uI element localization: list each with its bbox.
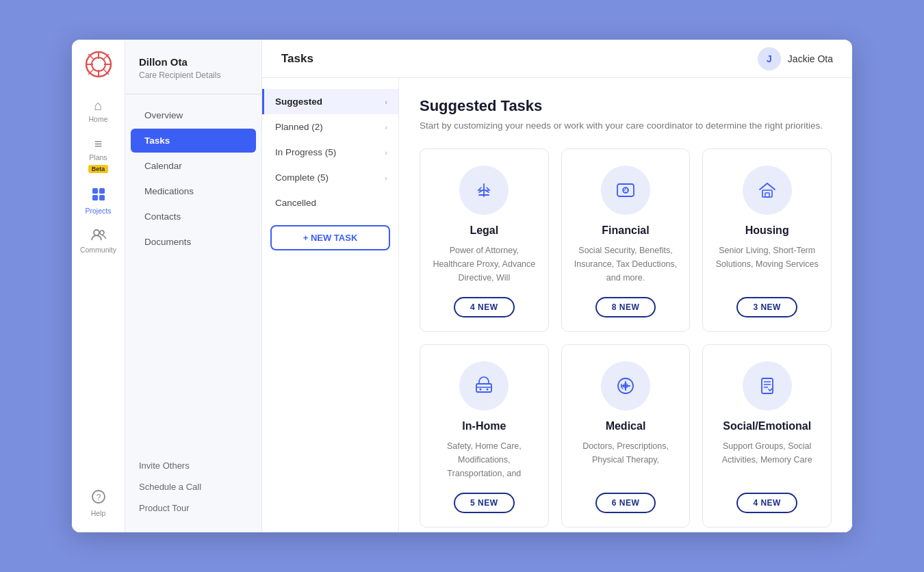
suggested-subtitle: Start by customizing your needs or work …: [420, 120, 830, 131]
new-task-button[interactable]: + NEW TASK: [270, 225, 390, 250]
sidebar: Dillon Ota Care Recipient Details Overvi…: [125, 40, 262, 532]
chevron-icon: ›: [385, 174, 387, 182]
sidebar-item-calendar[interactable]: Calendar: [131, 154, 256, 178]
medical-icon-circle: [601, 361, 650, 411]
sidebar-item-medications[interactable]: Medications: [131, 179, 256, 203]
task-filter-complete[interactable]: Complete (5) ›: [262, 165, 398, 190]
legal-badge[interactable]: 4 NEW: [454, 297, 515, 317]
suggested-area: Suggested Tasks Start by customizing you…: [399, 78, 852, 532]
svg-rect-23: [476, 384, 491, 392]
in-home-badge[interactable]: 5 NEW: [454, 493, 515, 513]
main-header: Tasks J Jackie Ota: [262, 40, 852, 78]
chevron-icon: ›: [385, 123, 387, 131]
nav-home[interactable]: ⌂ Home: [72, 92, 125, 130]
content-area: Suggested › Planned (2) › In Progress (5…: [262, 78, 852, 532]
main-content: Tasks J Jackie Ota Suggested › Planned (…: [262, 40, 852, 532]
invite-others-link[interactable]: Invite Others: [125, 455, 261, 476]
svg-rect-11: [99, 188, 105, 194]
svg-rect-22: [765, 193, 769, 197]
task-card-social[interactable]: Social/Emotional Support Groups, Social …: [702, 344, 832, 528]
sidebar-bottom: Invite Others Schedule a Call Product To…: [125, 455, 261, 532]
task-card-in-home[interactable]: In-Home Safety, Home Care, Modifications…: [420, 344, 549, 528]
nav-community[interactable]: Community: [72, 222, 125, 261]
housing-icon-circle: [743, 166, 792, 215]
page-title: Tasks: [281, 52, 313, 66]
header-user: J Jackie Ota: [758, 47, 833, 70]
social-badge[interactable]: 4 NEW: [736, 493, 797, 513]
svg-point-26: [487, 389, 489, 391]
product-tour-link[interactable]: Product Tour: [125, 497, 261, 519]
task-filter-suggested[interactable]: Suggested ›: [262, 89, 398, 114]
sidebar-item-tasks[interactable]: Tasks: [131, 129, 256, 153]
task-card-medical[interactable]: Medical Doctors, Prescriptions, Physical…: [561, 344, 691, 528]
financial-title: Financial: [602, 224, 649, 237]
social-icon-circle: [743, 361, 792, 411]
sidebar-item-documents[interactable]: Documents: [131, 230, 256, 254]
sidebar-divider: [125, 94, 261, 94]
svg-rect-21: [762, 190, 772, 197]
legal-title: Legal: [470, 224, 498, 237]
schedule-call-link[interactable]: Schedule a Call: [125, 476, 261, 497]
svg-point-25: [480, 389, 482, 391]
financial-badge[interactable]: 8 NEW: [595, 297, 656, 317]
plans-icon: ≡: [94, 137, 103, 151]
icon-nav: ⌂ Home ≡ Plans Beta Projects: [72, 40, 125, 532]
housing-title: Housing: [745, 224, 789, 237]
chevron-icon: ›: [385, 98, 387, 106]
sidebar-user-name: Dillon Ota: [125, 56, 261, 70]
task-filter-planned[interactable]: Planned (2) ›: [262, 114, 398, 140]
housing-desc: Senior Living, Short-Term Solutions, Mov…: [715, 244, 819, 285]
legal-desc: Power of Attorney, Healthcare Proxy, Adv…: [433, 244, 536, 285]
task-filter-in-progress[interactable]: In Progress (5) ›: [262, 140, 398, 165]
in-home-desc: Safety, Home Care, Modifications, Transp…: [433, 439, 536, 480]
task-grid: Legal Power of Attorney, Healthcare Prox…: [420, 148, 832, 528]
nav-projects[interactable]: Projects: [72, 180, 125, 222]
nav-plans[interactable]: ≡ Plans Beta: [72, 130, 125, 180]
svg-rect-19: [617, 184, 634, 196]
housing-badge[interactable]: 3 NEW: [736, 297, 797, 317]
community-icon: [91, 229, 106, 243]
sidebar-item-overview[interactable]: Overview: [131, 103, 256, 127]
svg-point-15: [100, 231, 104, 235]
projects-icon: [91, 187, 106, 204]
task-card-legal[interactable]: Legal Power of Attorney, Healthcare Prox…: [420, 148, 549, 332]
in-home-icon-circle: [459, 361, 509, 411]
task-card-financial[interactable]: Financial Social Security, Benefits, Ins…: [561, 148, 691, 332]
avatar: J: [758, 47, 781, 70]
nav-help[interactable]: ? Help: [72, 482, 125, 524]
social-desc: Support Groups, Social Activities, Memor…: [715, 439, 819, 480]
svg-rect-29: [762, 378, 773, 393]
in-home-title: In-Home: [462, 420, 506, 432]
header-username: Jackie Ota: [788, 53, 833, 64]
sidebar-role: Care Recipient Details: [125, 70, 261, 94]
help-icon: ?: [91, 489, 106, 506]
sidebar-item-contacts[interactable]: Contacts: [131, 205, 256, 229]
medical-title: Medical: [606, 420, 646, 432]
svg-rect-13: [99, 195, 105, 200]
home-icon: ⌂: [94, 99, 102, 112]
svg-rect-10: [92, 188, 98, 194]
plans-badge: Beta: [88, 165, 109, 173]
medical-badge[interactable]: 6 NEW: [595, 493, 656, 513]
svg-text:?: ?: [96, 493, 101, 502]
task-filter-cancelled[interactable]: Cancelled: [262, 190, 398, 216]
social-title: Social/Emotional: [723, 420, 811, 432]
financial-desc: Social Security, Benefits, Insurance, Ta…: [574, 244, 678, 285]
task-panel: Suggested › Planned (2) › In Progress (5…: [262, 78, 399, 532]
task-card-housing[interactable]: Housing Senior Living, Short-Term Soluti…: [702, 148, 832, 332]
suggested-title: Suggested Tasks: [420, 97, 832, 115]
medical-desc: Doctors, Prescriptions, Physical Therapy…: [574, 439, 678, 480]
chevron-icon: ›: [385, 148, 387, 157]
legal-icon-circle: [459, 166, 509, 215]
svg-rect-12: [92, 195, 98, 200]
app-logo: [85, 51, 112, 78]
financial-icon-circle: [601, 166, 650, 215]
svg-point-14: [94, 230, 99, 235]
